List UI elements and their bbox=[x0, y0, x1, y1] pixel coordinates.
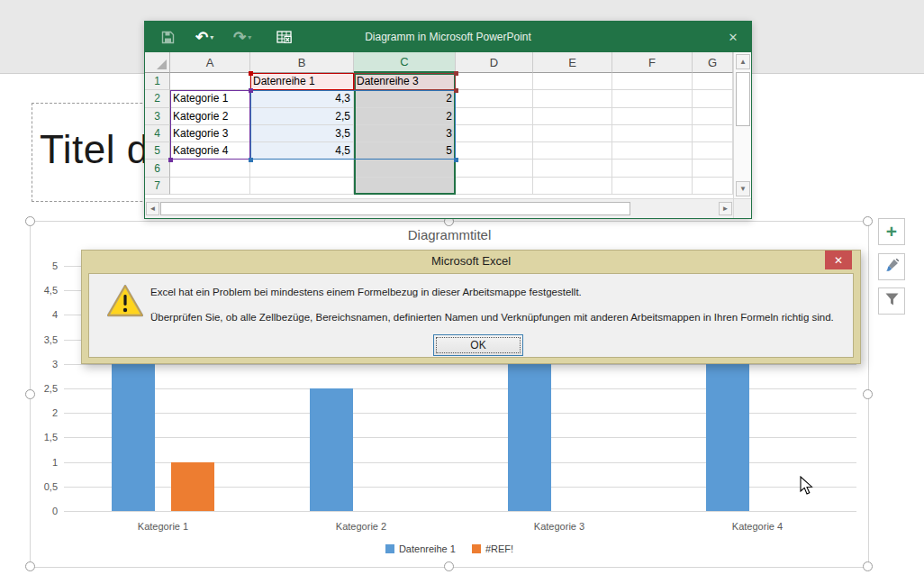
cell-B5[interactable]: 4,5 bbox=[250, 142, 354, 160]
cell-A6[interactable] bbox=[170, 160, 250, 177]
cell-C4[interactable]: 3 bbox=[354, 125, 456, 142]
cell-B1[interactable]: Datenreihe 1 bbox=[250, 73, 354, 90]
vertical-scrollbar[interactable]: ▲ ▼ bbox=[733, 52, 751, 198]
vertical-scrollbar-thumb[interactable] bbox=[736, 72, 750, 126]
cell-F5[interactable] bbox=[612, 142, 693, 160]
cell-D1[interactable] bbox=[456, 73, 533, 90]
cell-G1[interactable] bbox=[693, 73, 733, 90]
ok-button[interactable]: OK bbox=[433, 334, 523, 356]
chart-selection-handle[interactable] bbox=[25, 216, 35, 226]
cell-G7[interactable] bbox=[693, 178, 733, 195]
cell-C6[interactable] bbox=[354, 160, 456, 177]
cell-G4[interactable] bbox=[693, 125, 733, 142]
row-header-4[interactable]: 4 bbox=[145, 125, 170, 142]
horizontal-scrollbar[interactable]: ◄ ► bbox=[145, 198, 733, 218]
column-header-E[interactable]: E bbox=[533, 52, 612, 73]
cell-E1[interactable] bbox=[533, 73, 612, 90]
range-handle[interactable] bbox=[454, 71, 458, 76]
horizontal-scrollbar-thumb[interactable] bbox=[160, 202, 630, 215]
column-header-C[interactable]: C bbox=[354, 52, 456, 73]
column-header-B[interactable]: B bbox=[250, 52, 354, 73]
chart-selection-handle[interactable] bbox=[25, 389, 35, 399]
row-header-2[interactable]: 2 bbox=[145, 90, 170, 107]
cell-G3[interactable] bbox=[693, 108, 733, 125]
column-header-D[interactable]: D bbox=[456, 52, 533, 73]
chart-selection-handle[interactable] bbox=[444, 561, 454, 571]
row-header-5[interactable]: 5 bbox=[145, 142, 170, 160]
cell-E7[interactable] bbox=[533, 178, 612, 195]
cell-A2[interactable]: Kategorie 1 bbox=[170, 90, 250, 107]
cell-E2[interactable] bbox=[533, 90, 612, 107]
column-header-F[interactable]: F bbox=[612, 52, 693, 73]
range-handle[interactable] bbox=[249, 158, 253, 162]
chart-elements-button[interactable]: + bbox=[878, 218, 905, 245]
cell-D5[interactable] bbox=[456, 142, 533, 160]
cell-A1[interactable] bbox=[170, 73, 250, 90]
cell-F3[interactable] bbox=[612, 108, 693, 125]
row-header-3[interactable]: 3 bbox=[145, 108, 170, 125]
cell-B3[interactable]: 2,5 bbox=[250, 108, 354, 125]
cell-A7[interactable] bbox=[170, 178, 250, 195]
row-header-1[interactable]: 1 bbox=[145, 73, 170, 90]
select-all-corner[interactable] bbox=[145, 52, 170, 73]
chart-selection-handle[interactable] bbox=[863, 389, 873, 399]
cell-F2[interactable] bbox=[612, 90, 693, 107]
cell-C1[interactable]: Datenreihe 3 bbox=[354, 73, 456, 90]
row-header-7[interactable]: 7 bbox=[145, 178, 170, 195]
chart-selection-handle[interactable] bbox=[863, 561, 873, 571]
range-handle[interactable] bbox=[249, 71, 253, 76]
cell-F7[interactable] bbox=[612, 178, 693, 195]
cell-D2[interactable] bbox=[456, 90, 533, 107]
cell-B2[interactable]: 4,3 bbox=[250, 90, 354, 107]
range-handle[interactable] bbox=[168, 158, 173, 162]
bar-REF-1[interactable] bbox=[171, 462, 214, 511]
column-header-A[interactable]: A bbox=[170, 52, 250, 73]
row-header-6[interactable]: 6 bbox=[145, 160, 170, 177]
cell-F4[interactable] bbox=[612, 125, 693, 142]
legend-item[interactable]: #REF! bbox=[472, 543, 513, 554]
dialog-close-icon[interactable]: ✕ bbox=[825, 251, 852, 269]
scroll-left-icon[interactable]: ◄ bbox=[146, 202, 159, 215]
chart-title[interactable]: Diagrammtitel bbox=[31, 227, 868, 242]
chart-selection-handle[interactable] bbox=[25, 561, 35, 571]
cell-F6[interactable] bbox=[612, 160, 693, 177]
cell-A4[interactable]: Kategorie 3 bbox=[170, 125, 250, 142]
chart-legend[interactable]: Datenreihe 1#REF! bbox=[31, 543, 868, 554]
excel-window-close-icon[interactable]: ✕ bbox=[715, 22, 751, 52]
cell-B4[interactable]: 3,5 bbox=[250, 125, 354, 142]
cell-G5[interactable] bbox=[693, 142, 733, 160]
dialog-titlebar[interactable]: Microsoft Excel ✕ bbox=[82, 251, 860, 273]
cell-A3[interactable]: Kategorie 2 bbox=[170, 108, 250, 125]
cell-E6[interactable] bbox=[533, 160, 612, 177]
cell-E4[interactable] bbox=[533, 125, 612, 142]
range-handle[interactable] bbox=[454, 88, 458, 93]
scroll-up-icon[interactable]: ▲ bbox=[736, 54, 750, 69]
scroll-down-icon[interactable]: ▼ bbox=[736, 181, 750, 196]
cell-C7[interactable] bbox=[354, 178, 456, 195]
bar-Datenreihe1-2[interactable] bbox=[310, 388, 353, 511]
cell-G2[interactable] bbox=[693, 90, 733, 107]
cell-A5[interactable]: Kategorie 4 bbox=[170, 142, 250, 160]
range-handle[interactable] bbox=[249, 88, 253, 93]
scroll-right-icon[interactable]: ► bbox=[719, 202, 732, 215]
cell-E5[interactable] bbox=[533, 142, 612, 160]
range-handle[interactable] bbox=[454, 158, 458, 162]
cell-E3[interactable] bbox=[533, 108, 612, 125]
cell-D4[interactable] bbox=[456, 125, 533, 142]
cell-D7[interactable] bbox=[456, 178, 533, 195]
chart-filters-button[interactable] bbox=[878, 287, 905, 315]
cell-B6[interactable] bbox=[250, 160, 354, 177]
legend-item[interactable]: Datenreihe 1 bbox=[385, 543, 456, 554]
cell-D6[interactable] bbox=[456, 160, 533, 177]
excel-window-titlebar[interactable]: ↶▾ ↷▾ Diagramm in Microsoft PowerPoint ✕ bbox=[145, 22, 751, 52]
cell-C5[interactable]: 5 bbox=[354, 142, 456, 160]
chart-styles-button[interactable] bbox=[878, 253, 905, 280]
cell-F1[interactable] bbox=[612, 73, 693, 90]
column-header-G[interactable]: G bbox=[693, 52, 733, 73]
cell-C3[interactable]: 2 bbox=[354, 108, 456, 125]
cell-B7[interactable] bbox=[250, 178, 354, 195]
bar-Datenreihe1-3[interactable] bbox=[508, 340, 551, 511]
chart-selection-handle[interactable] bbox=[863, 216, 873, 226]
cell-D3[interactable] bbox=[456, 108, 533, 125]
cell-C2[interactable]: 2 bbox=[354, 90, 456, 107]
